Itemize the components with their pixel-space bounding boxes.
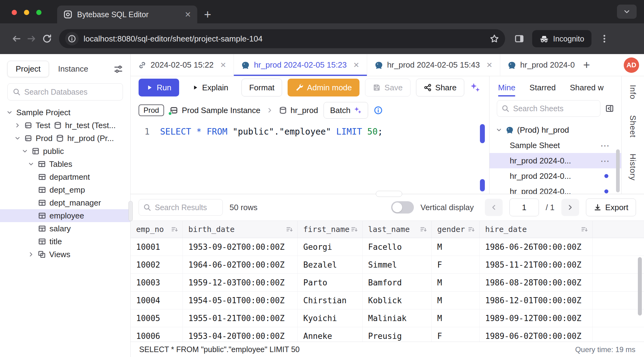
sort-icon[interactable] [581, 226, 588, 233]
column-header-first-name[interactable]: first_name [298, 221, 363, 238]
results-search[interactable] [139, 199, 223, 216]
table-cell[interactable]: Anneke [298, 327, 363, 342]
sort-icon[interactable] [351, 226, 358, 233]
sort-icon[interactable] [468, 226, 475, 233]
table-row[interactable]: 10001 1953-09-02T00:00:00Z Georgi Facell… [131, 238, 644, 256]
tab-project[interactable]: Project [7, 61, 49, 77]
column-header-gender[interactable]: gender [432, 221, 480, 238]
next-page-button[interactable] [561, 199, 579, 216]
reload-button[interactable] [39, 31, 55, 46]
chevron-right-icon[interactable] [14, 122, 21, 129]
column-header-birth-date[interactable]: birth_date [183, 221, 298, 238]
sheets-search-input[interactable] [513, 104, 596, 113]
table-cell[interactable]: Chirstian [298, 292, 363, 309]
sort-icon[interactable] [420, 226, 427, 233]
table-cell[interactable]: 1986-06-26T00:00:00Z [480, 238, 593, 256]
tab-instance[interactable]: Instance [58, 64, 88, 74]
table-cell[interactable]: 10001 [131, 238, 183, 256]
database-breadcrumb[interactable]: hr_prod [279, 106, 318, 115]
sort-icon[interactable] [286, 226, 293, 233]
editor-tab-3[interactable]: hr_prod 2024-02-05 15:43 ✕ [367, 54, 500, 76]
table-cell[interactable]: Bezalel [298, 256, 363, 274]
table-cell[interactable]: 1989-09-12T00:00:00Z [480, 309, 593, 327]
table-cell[interactable]: 1953-09-02T00:00:00Z [183, 238, 298, 256]
collapse-panel-icon[interactable] [605, 104, 614, 113]
table-cell[interactable]: 1964-06-02T00:00:00Z [183, 256, 298, 274]
browser-tab[interactable]: Bytebase SQL Editor ✕ [57, 6, 197, 23]
sort-icon[interactable] [171, 226, 178, 233]
run-button[interactable]: Run [139, 79, 179, 96]
close-icon[interactable]: ✕ [185, 11, 191, 18]
chevron-down-icon[interactable] [28, 161, 34, 167]
table-cell[interactable]: Georgi [298, 238, 363, 256]
batch-button[interactable]: Batch [324, 102, 368, 119]
chevron-right-icon[interactable] [28, 251, 34, 258]
forward-button[interactable] [24, 31, 39, 46]
table-cell[interactable]: 10005 [131, 309, 183, 327]
table-cell[interactable]: Kyoichi [298, 309, 363, 327]
table-cell[interactable]: Koblick [363, 292, 432, 309]
admin-mode-button[interactable]: Admin mode [288, 79, 359, 96]
page-number-input[interactable] [509, 198, 539, 216]
close-icon[interactable]: ✕ [353, 61, 359, 69]
tab-shared[interactable]: Shared w [570, 76, 604, 99]
table-row[interactable]: 10002 1964-06-02T00:00:00Z Bezalel Simme… [131, 256, 644, 274]
window-close-button[interactable] [12, 10, 17, 15]
table-cell[interactable]: 1954-05-01T00:00:00Z [183, 292, 298, 309]
table-row[interactable]: 10004 1954-05-01T00:00:00Z Chirstian Kob… [131, 292, 644, 309]
tree-item-prod[interactable]: Prod hr_prod (Pr... [0, 132, 130, 145]
tab-starred[interactable]: Starred [529, 76, 556, 99]
table-cell[interactable]: M [432, 274, 480, 292]
format-button[interactable]: Format [242, 79, 282, 96]
tree-item-tables-group[interactable]: Tables [0, 158, 130, 171]
table-cell[interactable]: M [432, 309, 480, 327]
instance-breadcrumb[interactable]: Prod Sample Instance [170, 106, 261, 115]
info-icon[interactable] [374, 106, 383, 115]
table-cell[interactable]: 1959-12-03T00:00:00Z [183, 274, 298, 292]
table-cell[interactable]: Preusig [363, 327, 432, 342]
table-row[interactable]: 10003 1959-12-03T00:00:00Z Parto Bamford… [131, 274, 644, 292]
sheet-item-active[interactable]: hr_prod 2024-0... ⋯ [489, 153, 621, 168]
table-cell[interactable]: 10003 [131, 274, 183, 292]
table-cell[interactable]: Parto [298, 274, 363, 292]
table-cell[interactable]: Simmel [363, 256, 432, 274]
vertical-display-toggle[interactable] [391, 201, 414, 214]
table-cell[interactable]: 1985-11-21T00:00:00Z [480, 256, 593, 274]
prev-page-button[interactable] [485, 199, 503, 216]
sheet-item[interactable]: Sample Sheet ⋯ [489, 138, 621, 153]
back-button[interactable] [9, 31, 24, 46]
explain-button[interactable]: Explain [185, 79, 236, 96]
chevron-down-icon[interactable] [14, 135, 21, 142]
table-cell[interactable]: 1986-08-28T00:00:00Z [480, 274, 593, 292]
table-cell[interactable]: 10002 [131, 256, 183, 274]
sheet-item[interactable]: hr_prod 2024-0... [489, 168, 621, 184]
tree-item-table-employee[interactable]: employee [0, 209, 130, 222]
panel-resize-handle[interactable] [376, 191, 402, 197]
url-text[interactable]: localhost:8080/sql-editor/sheet/project-… [84, 34, 485, 44]
tab-mine[interactable]: Mine [498, 76, 515, 99]
site-info-icon[interactable] [65, 32, 79, 45]
table-cell[interactable]: 1989-06-02T00:00:00Z [480, 327, 593, 342]
table-cell[interactable]: 1986-12-01T00:00:00Z [480, 292, 593, 309]
sheets-search[interactable] [497, 100, 600, 117]
tree-item-test[interactable]: Test hr_test (Test... [0, 119, 130, 132]
table-cell[interactable]: F [432, 256, 480, 274]
sidebar-resize-handle[interactable] [128, 201, 133, 221]
table-cell[interactable]: 1955-01-21T00:00:00Z [183, 309, 298, 327]
table-cell[interactable]: 10006 [131, 327, 183, 342]
table-cell[interactable]: M [432, 292, 480, 309]
column-header-last-name[interactable]: last_name [363, 221, 432, 238]
table-cell[interactable]: Bamford [363, 274, 432, 292]
more-icon[interactable]: ⋯ [600, 155, 610, 166]
tree-item-table-dept-emp[interactable]: dept_emp [0, 183, 130, 196]
tree-item-project[interactable]: Sample Project [0, 106, 130, 119]
sheet-item[interactable]: hr_prod 2024-0... [489, 184, 621, 194]
add-editor-tab-button[interactable]: + [578, 54, 595, 76]
chevron-down-icon[interactable] [496, 127, 502, 133]
address-bar[interactable]: localhost:8080/sql-editor/sheet/project-… [59, 29, 505, 48]
close-icon[interactable]: ✕ [220, 61, 226, 69]
bookmark-star-icon[interactable] [490, 34, 499, 43]
user-avatar[interactable]: AD [624, 57, 639, 73]
sql-editor[interactable]: 1 SELECT * FROM "public"."employee" LIMI… [131, 122, 489, 194]
scrollbar-thumb[interactable] [638, 257, 642, 316]
